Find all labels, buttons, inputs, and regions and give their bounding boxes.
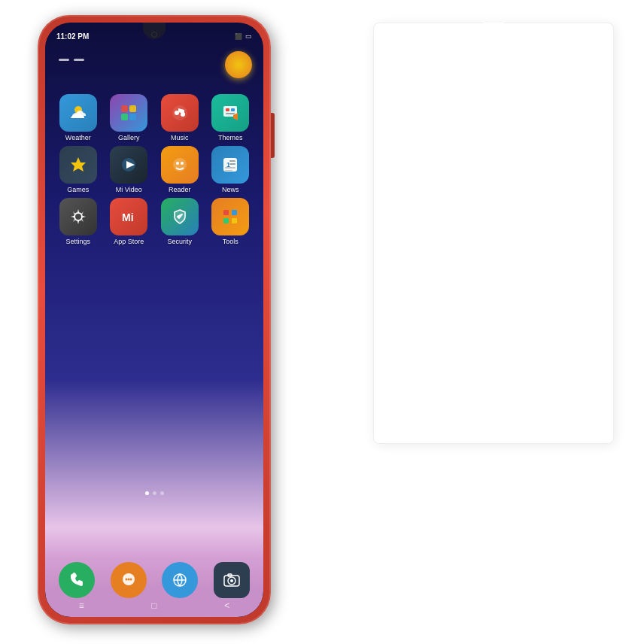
svg-marker-12 — [71, 157, 86, 172]
svg-point-39 — [230, 579, 233, 582]
svg-rect-10 — [231, 108, 235, 111]
svg-point-6 — [175, 111, 179, 115]
nav-bar: ≡ □ < — [45, 598, 263, 613]
app-item-games[interactable]: Games — [55, 146, 102, 193]
mivideo-label: Mi Video — [116, 186, 142, 193]
app-item-themes[interactable]: Themes — [207, 94, 254, 141]
dock-item-messages[interactable] — [108, 562, 149, 598]
svg-point-34 — [129, 579, 132, 581]
svg-rect-28 — [232, 210, 237, 215]
app-item-security[interactable]: Security — [156, 198, 203, 245]
games-icon-svg — [68, 154, 89, 175]
dash-1 — [59, 59, 69, 61]
svg-text:Mi: Mi — [122, 211, 134, 223]
dock-item-camera[interactable] — [211, 562, 252, 598]
svg-point-24 — [74, 213, 82, 220]
gallery-icon — [110, 94, 147, 132]
svg-rect-21 — [229, 163, 235, 165]
svg-rect-11 — [226, 113, 235, 114]
security-icon — [161, 198, 199, 235]
dash-2 — [74, 59, 84, 61]
app-row-1: Weather — [53, 94, 256, 141]
glass-notch-cutout — [483, 23, 504, 32]
dock-camera-icon — [214, 562, 250, 598]
security-label: Security — [167, 238, 192, 245]
app-item-music[interactable]: Music — [156, 94, 203, 141]
nav-menu-icon[interactable]: ≡ — [79, 600, 84, 611]
tools-icon — [211, 198, 249, 235]
dot-2 — [153, 491, 156, 495]
tools-icon-svg — [220, 206, 241, 227]
svg-point-16 — [176, 162, 179, 165]
dot-3 — [160, 491, 164, 495]
app-item-mivideo[interactable]: Mi Video — [105, 146, 152, 193]
app-item-reader[interactable]: Reader — [156, 146, 203, 193]
gallery-icon-svg — [118, 102, 139, 123]
dock-messages-icon — [111, 562, 147, 598]
tools-label: Tools — [223, 238, 238, 245]
weather-label: Weather — [65, 134, 91, 141]
appstore-label: App Store — [114, 238, 144, 245]
settings-icon-svg — [68, 206, 89, 227]
music-label: Music — [171, 134, 189, 141]
svg-rect-30 — [232, 218, 237, 223]
settings-icon — [59, 198, 97, 235]
settings-label: Settings — [65, 238, 90, 245]
svg-rect-3 — [121, 114, 128, 120]
security-icon-svg — [169, 206, 190, 227]
dock — [45, 562, 263, 598]
weather-widget-top — [225, 51, 252, 78]
music-icon-svg — [169, 102, 190, 123]
app-item-tools[interactable]: Tools — [207, 198, 254, 245]
battery-icon: ▭ — [245, 32, 252, 40]
news-icon: 1 — [211, 146, 249, 184]
themes-icon — [211, 94, 249, 132]
reader-icon-svg — [169, 154, 190, 175]
appstore-icon: Mi — [110, 198, 147, 235]
weather-icon-svg — [68, 102, 89, 123]
svg-rect-9 — [226, 108, 229, 111]
status-icons: ⬛ ▭ — [235, 32, 252, 40]
app-grid: Weather — [45, 94, 263, 250]
nav-home-icon[interactable]: □ — [151, 600, 156, 611]
svg-point-7 — [181, 112, 185, 117]
scene: 11:02 PM ⬛ ▭ — [0, 0, 644, 644]
screen-record-icon: ⬛ — [235, 33, 242, 40]
status-time: 11:02 PM — [56, 32, 89, 41]
phone-inner: 11:02 PM ⬛ ▭ — [45, 23, 263, 617]
nav-back-icon[interactable]: < — [224, 600, 229, 611]
camera-dot — [151, 32, 157, 38]
app-item-settings[interactable]: Settings — [55, 198, 102, 245]
browser-svg — [169, 570, 190, 591]
mivideo-icon-svg — [118, 154, 139, 175]
notification-dashes — [59, 59, 84, 61]
svg-rect-2 — [129, 105, 136, 112]
dock-item-browser[interactable] — [159, 562, 201, 598]
svg-point-33 — [127, 579, 129, 581]
svg-rect-23 — [225, 170, 232, 171]
games-icon — [59, 146, 97, 184]
phone-body: 11:02 PM ⬛ ▭ — [38, 15, 271, 624]
dock-browser-icon — [162, 562, 198, 598]
app-item-gallery[interactable]: Gallery — [105, 94, 152, 141]
svg-rect-22 — [225, 167, 235, 169]
app-item-news[interactable]: 1 News — [207, 146, 254, 193]
dot-1 — [145, 491, 149, 495]
dock-phone-icon — [59, 562, 95, 598]
themes-icon-svg — [220, 102, 241, 123]
svg-point-17 — [181, 162, 184, 165]
dock-item-phone[interactable] — [56, 562, 98, 598]
reader-icon — [161, 146, 199, 184]
themes-label: Themes — [218, 134, 243, 141]
messages-svg — [118, 570, 139, 591]
reader-label: Reader — [169, 186, 191, 193]
appstore-icon-svg: Mi — [118, 206, 139, 227]
app-item-appstore[interactable]: Mi App Store — [105, 198, 152, 245]
svg-rect-1 — [121, 105, 128, 112]
svg-rect-20 — [229, 160, 235, 162]
glass-screen-protector — [373, 23, 614, 444]
svg-rect-29 — [223, 218, 229, 223]
phone-svg — [66, 570, 87, 591]
games-label: Games — [67, 186, 89, 193]
app-item-weather[interactable]: Weather — [55, 94, 102, 141]
